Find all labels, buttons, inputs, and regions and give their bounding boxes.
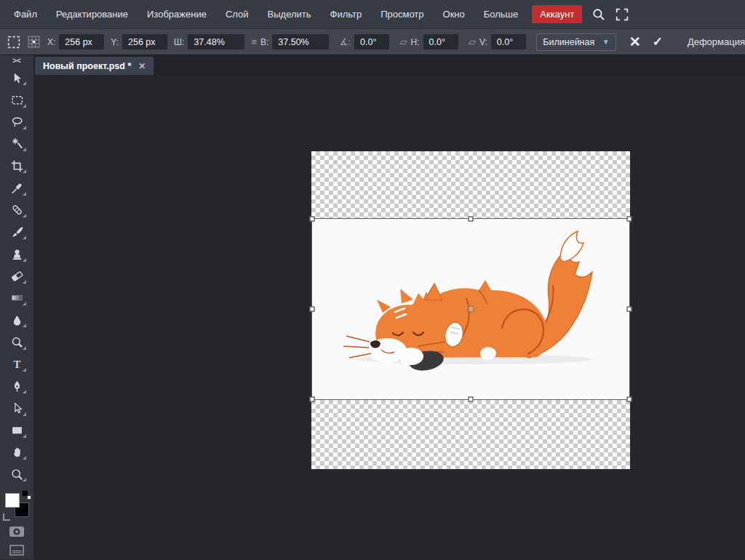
width-label: Ш: (174, 37, 184, 47)
collapse-toolbar-icon[interactable]: >< (12, 55, 21, 67)
handle-mid-right[interactable] (627, 307, 632, 312)
handle-bottom-mid[interactable] (469, 397, 474, 402)
heal-tool[interactable] (0, 199, 33, 221)
rotate-angle-icon: ∡: (340, 36, 351, 47)
menu-bar: Файл Редактирование Изображение Слой Выд… (0, 0, 745, 29)
type-tool[interactable]: T (0, 353, 33, 375)
interpolation-select[interactable]: Билинейная ▼ (536, 33, 615, 51)
svg-text:T: T (13, 359, 20, 370)
handle-top-right[interactable] (627, 217, 632, 222)
menu-view[interactable]: Просмотр (371, 5, 433, 23)
menu-layer[interactable]: Слой (216, 5, 258, 23)
height-label: B: (260, 37, 268, 47)
dodge-tool[interactable] (0, 331, 33, 353)
main-region: >< (0, 55, 745, 559)
account-button[interactable]: Аккаунт (532, 5, 582, 23)
skew-h-label: H: (411, 37, 420, 47)
path-select-tool[interactable] (0, 397, 33, 419)
magic-wand-tool[interactable] (0, 133, 33, 155)
blur-tool[interactable] (0, 309, 33, 331)
rectangle-shape-tool[interactable] (0, 420, 33, 441)
height-input[interactable]: 37.50% (272, 34, 329, 49)
menu-file[interactable]: Файл (4, 5, 47, 23)
screen-mode-button[interactable] (0, 541, 33, 559)
x-input[interactable]: 256 px (59, 34, 104, 49)
clone-stamp-tool[interactable] (0, 243, 33, 265)
width-input[interactable]: 37.48% (188, 34, 244, 49)
document-tab-title: Новый проект.psd * (43, 61, 131, 71)
warp-mode-button[interactable]: Деформация (688, 36, 745, 47)
skew-h-icon: ▱ (400, 36, 407, 47)
gradient-tool[interactable] (0, 287, 33, 309)
foreground-color-swatch[interactable] (5, 493, 20, 508)
swap-colors-icon[interactable] (23, 491, 31, 500)
transform-options-bar: X: 256 px Y: 256 px Ш: 37.48% ≡ B: 37.50… (0, 29, 745, 55)
crop-tool[interactable] (0, 155, 33, 177)
reference-point[interactable] (468, 306, 474, 313)
document-tab[interactable]: Новый проект.psd * ✕ (35, 57, 154, 75)
fullscreen-icon[interactable] (615, 8, 629, 21)
close-tab-icon[interactable]: ✕ (138, 61, 146, 71)
brush-tool[interactable] (0, 221, 33, 243)
color-swatches (0, 489, 33, 522)
handle-mid-left[interactable] (310, 307, 315, 312)
default-colors-icon[interactable] (3, 513, 10, 521)
chevron-down-icon: ▼ (602, 38, 610, 46)
hand-tool[interactable] (0, 441, 33, 463)
y-label: Y: (111, 37, 119, 47)
skew-v-icon: ▱ (469, 36, 476, 47)
angle-input[interactable]: 0.0° (354, 34, 389, 49)
confirm-transform-button[interactable]: ✓ (647, 36, 669, 48)
canvas-area[interactable] (33, 75, 745, 559)
menu-select[interactable]: Выделить (258, 5, 321, 23)
menu-filter[interactable]: Фильтр (321, 5, 372, 23)
eraser-tool[interactable] (0, 265, 33, 287)
skew-v-input[interactable]: 0.0° (491, 34, 526, 49)
tab-bar: Новый проект.psd * ✕ (33, 55, 745, 75)
pen-tool[interactable] (0, 375, 33, 397)
document-canvas (311, 151, 630, 469)
cancel-transform-button[interactable]: ✕ (624, 35, 647, 49)
free-transform-icon[interactable] (7, 36, 20, 49)
y-input[interactable]: 256 px (122, 34, 167, 49)
lasso-tool[interactable] (0, 111, 33, 133)
tools-panel: >< (0, 55, 33, 559)
handle-top-mid[interactable] (469, 217, 474, 222)
handle-bottom-left[interactable] (310, 397, 315, 402)
reference-point-grid-icon[interactable] (28, 36, 40, 48)
quick-mask-button[interactable] (0, 522, 33, 540)
x-label: X: (47, 37, 55, 47)
skew-h-input[interactable]: 0.0° (423, 34, 458, 49)
menu-window[interactable]: Окно (434, 5, 474, 23)
menu-image[interactable]: Изображение (138, 5, 216, 23)
eyedropper-tool[interactable] (0, 177, 33, 199)
link-dimensions-icon[interactable]: ≡ (251, 36, 257, 47)
skew-v-label: V: (479, 37, 487, 47)
move-tool[interactable] (0, 67, 33, 89)
handle-bottom-right[interactable] (627, 397, 632, 402)
handle-top-left[interactable] (310, 217, 315, 222)
rect-select-tool[interactable] (0, 89, 33, 111)
zoom-tool[interactable] (0, 463, 33, 485)
menu-edit[interactable]: Редактирование (47, 5, 138, 23)
menu-more[interactable]: Больше (474, 5, 528, 23)
interpolation-value: Билинейная (543, 37, 594, 47)
workspace: Новый проект.psd * ✕ (33, 55, 745, 559)
transform-selection[interactable] (311, 218, 630, 400)
search-icon[interactable] (592, 8, 605, 21)
